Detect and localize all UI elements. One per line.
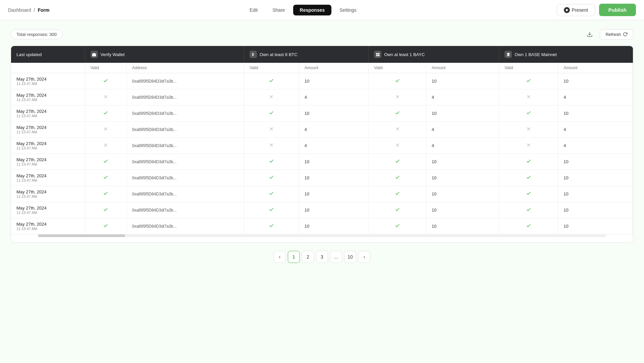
check-icon — [395, 223, 400, 228]
cell-btc-amount: 10 — [299, 170, 368, 186]
horizontal-scrollbar[interactable] — [38, 234, 606, 237]
present-label: Present — [572, 7, 588, 13]
pagination-page-2[interactable]: 2 — [302, 251, 314, 263]
cell-btc-valid — [244, 170, 299, 186]
cell-btc-valid — [244, 202, 299, 218]
col-btc-header: ₿ Own at least 8 BTC — [244, 46, 368, 63]
pagination-ellipsis: ... — [330, 251, 342, 263]
cell-base-amount: 10 — [558, 170, 633, 186]
check-icon — [269, 207, 274, 212]
pagination-page-3[interactable]: 3 — [316, 251, 328, 263]
pagination: ‹ 1 2 3 ... 10 › — [11, 243, 633, 271]
topnav-actions: Present Publish — [557, 4, 636, 16]
table-row: May 27th, 2024 11:15:47 AM 0xa895f5D84D3… — [11, 202, 633, 218]
breadcrumb-dashboard[interactable]: Dashboard — [8, 7, 31, 13]
cross-icon — [269, 94, 274, 99]
cell-wallet-valid — [85, 202, 126, 218]
tab-share[interactable]: Share — [266, 5, 291, 15]
check-icon — [269, 191, 274, 196]
table-row: May 27th, 2024 11:15:47 AM 0xa895f5D84D3… — [11, 218, 633, 234]
cell-base-valid — [499, 154, 558, 170]
table-sub-header-row: Valid Address Valid Amount Valid Amount … — [11, 63, 633, 73]
wallet-icon — [91, 51, 98, 58]
base-icon — [504, 51, 512, 58]
publish-button[interactable]: Publish — [599, 4, 636, 16]
check-icon — [103, 158, 108, 164]
col-verify-wallet-header: Verify Wallet — [85, 46, 244, 63]
pagination-page-1[interactable]: 1 — [288, 251, 300, 263]
check-icon — [103, 110, 108, 116]
main-content: Total responses: 300 Refresh — [0, 20, 644, 363]
cell-bayc-amount: 10 — [426, 218, 499, 234]
cell-date: May 27th, 2024 11:15:47 AM — [11, 138, 85, 154]
check-icon — [269, 78, 274, 83]
check-icon — [269, 223, 274, 228]
tab-settings[interactable]: Settings — [333, 5, 363, 15]
col-base-header: Own 1 BASE Mainnet — [499, 46, 633, 63]
table-body: May 27th, 2024 11:15:47 AM 0xa895f5D84D3… — [11, 73, 633, 234]
cell-btc-valid — [244, 105, 299, 122]
cell-bayc-valid — [369, 89, 426, 105]
cross-icon — [103, 94, 108, 99]
svg-rect-5 — [378, 53, 379, 54]
check-icon — [103, 78, 108, 83]
table-row: May 27th, 2024 11:15:47 AM 0xa895f5D84D3… — [11, 89, 633, 105]
total-responses-badge: Total responses: 300 — [11, 30, 62, 39]
cell-date: May 27th, 2024 11:15:47 AM — [11, 73, 85, 89]
present-button[interactable]: Present — [557, 4, 595, 16]
cell-wallet-address: 0xa895f5D84D3dl7a3b... — [126, 138, 244, 154]
cell-bayc-valid — [369, 186, 426, 202]
tab-responses[interactable]: Responses — [293, 5, 332, 15]
cell-bayc-valid — [369, 218, 426, 234]
cross-icon — [395, 94, 400, 99]
table-row: May 27th, 2024 11:15:47 AM 0xa895f5D84D3… — [11, 138, 633, 154]
pagination-next[interactable]: › — [358, 251, 370, 263]
cell-btc-valid — [244, 73, 299, 89]
cell-base-valid — [499, 218, 558, 234]
cell-bayc-amount: 4 — [426, 89, 499, 105]
cell-date: May 27th, 2024 11:15:47 AM — [11, 89, 85, 105]
svg-rect-6 — [376, 55, 377, 56]
cell-btc-valid — [244, 89, 299, 105]
cross-icon — [395, 126, 400, 132]
cross-icon — [526, 94, 531, 99]
cell-date: May 27th, 2024 11:15:47 AM — [11, 202, 85, 218]
cell-base-valid — [499, 105, 558, 122]
cell-wallet-valid — [85, 218, 126, 234]
refresh-button[interactable]: Refresh — [600, 29, 633, 40]
cell-wallet-valid — [85, 138, 126, 154]
cell-btc-valid — [244, 154, 299, 170]
check-icon — [526, 158, 531, 164]
cell-bayc-amount: 10 — [426, 186, 499, 202]
cell-wallet-address: 0xa895f5D84D3dl7a3b... — [126, 218, 244, 234]
cell-wallet-address: 0xa895f5D84D3dl7a3b... — [126, 105, 244, 122]
cell-base-valid — [499, 89, 558, 105]
cell-date: May 27th, 2024 11:15:47 AM — [11, 105, 85, 122]
cell-bayc-amount: 10 — [426, 154, 499, 170]
cross-icon — [526, 126, 531, 132]
check-icon — [269, 158, 274, 164]
check-icon — [526, 78, 531, 83]
tab-edit[interactable]: Edit — [243, 5, 264, 15]
cell-btc-valid — [244, 218, 299, 234]
cell-btc-amount: 4 — [299, 89, 368, 105]
cell-base-amount: 10 — [558, 154, 633, 170]
pagination-prev[interactable]: ‹ — [274, 251, 286, 263]
cross-icon — [269, 142, 274, 148]
pagination-page-10[interactable]: 10 — [344, 251, 356, 263]
sub-col-base-amount: Amount — [558, 63, 633, 73]
download-button[interactable] — [584, 28, 596, 40]
cell-bayc-valid — [369, 170, 426, 186]
cell-btc-amount: 10 — [299, 154, 368, 170]
scroll-thumb — [38, 234, 125, 237]
nav-tabs: Edit Share Responses Settings — [243, 5, 363, 15]
cell-btc-amount: 10 — [299, 73, 368, 89]
cell-wallet-address: 0xa895f5D84D3dl7a3b... — [126, 202, 244, 218]
sub-col-wallet-valid: Valid — [85, 63, 126, 73]
col-bayc-header: Own at least 1 BAYC — [369, 46, 499, 63]
cell-base-valid — [499, 186, 558, 202]
cell-date: May 27th, 2024 11:15:47 AM — [11, 122, 85, 138]
cell-date: May 27th, 2024 11:15:47 AM — [11, 218, 85, 234]
present-icon — [564, 7, 570, 13]
table-scroll[interactable]: Last updated — [11, 46, 633, 234]
